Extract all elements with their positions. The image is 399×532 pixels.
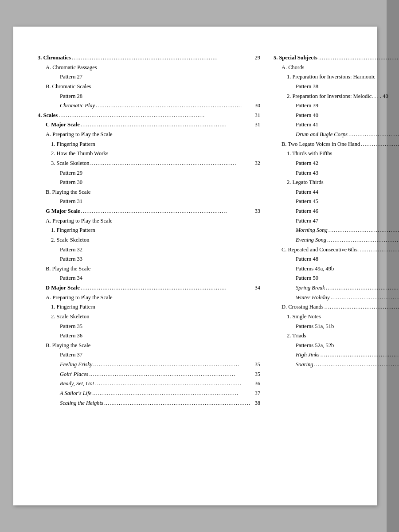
- entry-label: 2. Preparation for Inversions: Melodic. …: [287, 92, 388, 101]
- entry-label: Pattern 46: [296, 207, 318, 216]
- entry-dots: ........................................…: [89, 370, 250, 379]
- entry-dots: ........................................…: [96, 101, 250, 110]
- entry-dots: ........................................…: [327, 235, 399, 245]
- toc-entry: 4. Scales ..............................…: [38, 111, 260, 120]
- entry-label: B. Chromatic Scales: [46, 82, 91, 91]
- entry-label: Pattern 27: [60, 72, 82, 82]
- entry-page: 37: [251, 389, 260, 398]
- entry-label: 1. Single Notes: [287, 312, 321, 321]
- entry-dots: ........................................…: [95, 379, 250, 388]
- toc-entry: C. Repeated and Consecutive 6ths. ......…: [274, 245, 399, 254]
- entry-label: C. Repeated and Consecutive 6ths.: [282, 245, 359, 254]
- toc-entry: C Major Scale ..........................…: [38, 120, 260, 129]
- toc-entry: Evening Song ...........................…: [274, 235, 399, 245]
- toc-entry: D. Crossing Hands ......................…: [274, 302, 399, 312]
- toc-entry: Pattern 29: [38, 168, 260, 178]
- toc-entry: Pattern 36: [38, 331, 260, 340]
- entry-label: Spring Break: [296, 283, 325, 293]
- entry-label: Pattern 42: [296, 159, 318, 168]
- toc-entry: A. Preparing to Play the Scale: [38, 216, 260, 226]
- content: 3. Chromatics ..........................…: [13, 27, 377, 505]
- entry-label: 1. Preparation for Inversions: Harmonic: [287, 72, 376, 82]
- toc-entry: 2. How the Thumb Works: [38, 149, 260, 158]
- entry-page: 35: [251, 370, 260, 379]
- entry-label: B. Playing the Scale: [46, 264, 90, 274]
- toc-entry: Feeling Frisky .........................…: [38, 360, 260, 369]
- entry-dots: ........................................…: [314, 360, 399, 369]
- entry-dots: ........................................…: [81, 120, 250, 129]
- toc-entry: Goin' Places ...........................…: [38, 370, 260, 379]
- entry-page: 29: [251, 53, 260, 63]
- entry-label: A. Chords: [282, 63, 304, 72]
- entry-dots: ........................................…: [90, 159, 250, 168]
- entry-dots: ........................................…: [318, 53, 399, 63]
- entry-label: D. Crossing Hands: [282, 302, 324, 312]
- toc-entry: Patterns 52a, 52b: [274, 341, 399, 350]
- entry-label: Pattern 37: [60, 350, 82, 360]
- entry-label: Pattern 32: [60, 245, 82, 254]
- toc-entry: Pattern 40: [274, 111, 399, 120]
- toc-entry: Pattern 46: [274, 207, 399, 216]
- toc-entry: 2. Legato Thirds: [274, 178, 399, 187]
- entry-label: Evening Song: [296, 235, 326, 245]
- toc-entry: D Major Scale ..........................…: [38, 283, 260, 293]
- toc-entry: Pattern 35: [38, 322, 260, 331]
- entry-label: A. Chromatic Passages: [46, 63, 97, 72]
- entry-dots: ........................................…: [360, 245, 399, 254]
- toc-entry: B. Playing the Scale: [38, 188, 260, 197]
- entry-label: D Major Scale: [46, 283, 80, 293]
- toc-entry: B. Playing the Scale: [38, 264, 260, 274]
- toc-entry: Drum and Bugle Corps ...................…: [274, 130, 399, 139]
- right-column: 5. Special Subjects ....................…: [274, 53, 399, 488]
- entry-label: 4. Scales: [38, 111, 58, 120]
- toc-entry: 2. Scale Skeleton: [38, 312, 260, 321]
- entry-label: A Sailor's Life: [60, 389, 91, 398]
- toc-entry: A. Chords: [274, 63, 399, 72]
- toc-entry: Winter Holiday .........................…: [274, 293, 399, 302]
- entry-dots: ........................................…: [361, 140, 399, 149]
- entry-label: 2. Legato Thirds: [287, 178, 324, 187]
- entry-label: Patterns 49a, 49b: [296, 264, 334, 274]
- entry-dots: ........................................…: [321, 350, 399, 360]
- toc-entry: Pattern 38: [274, 82, 399, 91]
- toc-entry: Pattern 32: [38, 245, 260, 254]
- entry-label: Pattern 34: [60, 274, 82, 283]
- entry-label: Pattern 33: [60, 254, 82, 264]
- entry-label: 2. Scale Skeleton: [51, 235, 89, 245]
- entry-label: 3. Scale Skeleton: [51, 159, 89, 168]
- toc-entry: Pattern 45: [274, 197, 399, 206]
- entry-label: G Major Scale: [46, 207, 80, 216]
- entry-page: 30: [251, 101, 260, 110]
- toc-entry: Patterns 51a, 51b: [274, 322, 399, 331]
- entry-dots: ........................................…: [326, 283, 399, 293]
- entry-label: Pattern 40: [296, 111, 318, 120]
- toc-entry: Pattern 37: [38, 350, 260, 360]
- entry-label: Pattern 50: [296, 274, 318, 283]
- entry-label: Pattern 48: [296, 254, 318, 264]
- toc-entry: A. Preparing to Play the Scale: [38, 293, 260, 302]
- entry-label: Pattern 41: [296, 120, 318, 129]
- toc-entry: 1. Preparation for Inversions: Harmonic: [274, 72, 399, 82]
- entry-dots: ........................................…: [331, 293, 399, 302]
- left-column: 3. Chromatics ..........................…: [38, 53, 260, 488]
- entry-dots: ........................................…: [59, 111, 250, 120]
- toc-entry: 3. Scale Skeleton ......................…: [38, 159, 260, 168]
- entry-dots: ........................................…: [72, 53, 250, 63]
- entry-label: 2. Triads: [287, 331, 306, 340]
- entry-label: Pattern 35: [60, 322, 82, 331]
- entry-dots: ........................................…: [92, 389, 250, 398]
- entry-label: Soaring: [296, 360, 313, 369]
- entry-page: 38: [251, 399, 260, 408]
- entry-label: Pattern 38: [296, 82, 318, 91]
- entry-label: Pattern 31: [60, 197, 82, 206]
- toc-entry: A Sailor's Life ........................…: [38, 389, 260, 398]
- toc-entry: 2. Preparation for Inversions: Melodic. …: [274, 92, 399, 101]
- entry-dots: ........................................…: [93, 360, 250, 369]
- entry-label: Morning Song: [296, 226, 328, 235]
- entry-page: 31: [251, 111, 260, 120]
- toc-entry: Pattern 50: [274, 274, 399, 283]
- entry-label: 1. Fingering Pattern: [51, 302, 95, 312]
- toc-entry: Pattern 41: [274, 120, 399, 129]
- toc-entry: 5. Special Subjects ....................…: [274, 53, 399, 63]
- entry-label: High Jinks: [296, 350, 320, 360]
